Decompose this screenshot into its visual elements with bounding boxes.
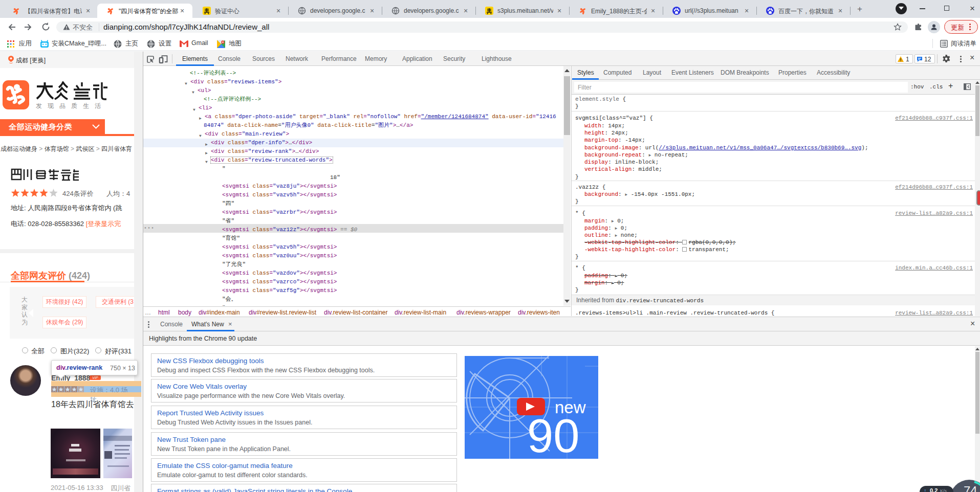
svg-text:74: 74 xyxy=(964,484,977,492)
svg-text:90: 90 xyxy=(527,410,579,459)
